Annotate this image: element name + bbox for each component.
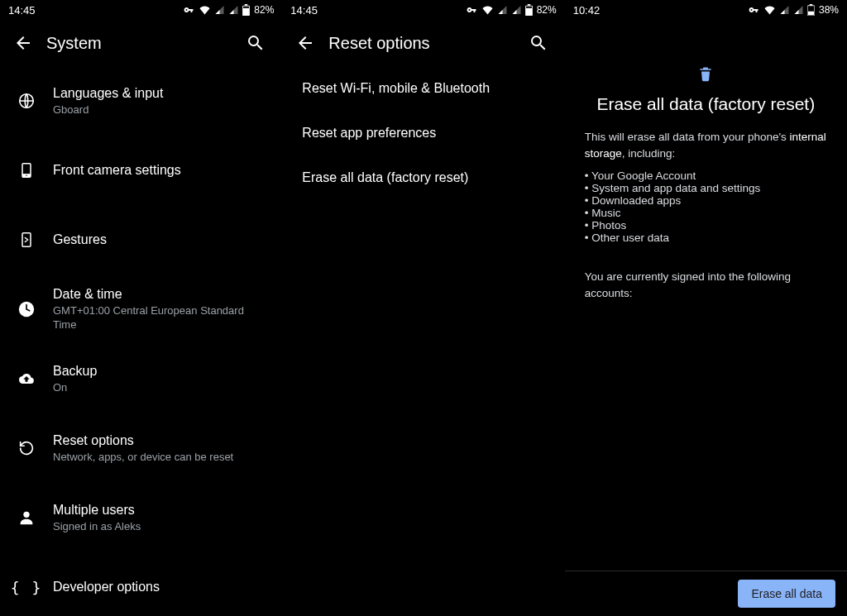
svg-rect-7 [22, 233, 31, 247]
status-icons: 82% [465, 4, 557, 16]
bullet-item: Music [585, 207, 827, 219]
signal-icon-1 [779, 5, 790, 15]
status-time: 10:42 [573, 4, 601, 17]
settings-list: Languages & input Gboard Front camera se… [0, 66, 282, 616]
svg-rect-2 [243, 7, 249, 8]
status-icons: 82% [182, 4, 274, 16]
screen-reset-options: 14:45 82% Reset options Reset Wi-Fi, [282, 0, 564, 616]
gestures-icon [18, 231, 35, 249]
back-button[interactable] [285, 23, 325, 63]
screen-erase-all-data: 10:42 38% Erase all data (factory reset)… [565, 0, 847, 616]
trash-icon [697, 64, 714, 83]
item-subtitle: On [53, 381, 97, 395]
signal-icon-1 [497, 5, 508, 15]
item-multiple-users[interactable]: Multiple users Signed in as Aleks [0, 483, 282, 552]
item-gestures[interactable]: Gestures [0, 205, 282, 275]
item-title: Date & time [53, 286, 269, 303]
vpn-key-icon [747, 5, 760, 15]
header: System [0, 20, 282, 66]
signal-icon-1 [214, 5, 225, 15]
status-time: 14:45 [8, 4, 36, 17]
erase-description: This will erase all data from your phone… [585, 129, 827, 161]
item-title: Reset app preferences [302, 126, 436, 140]
svg-rect-13 [526, 7, 532, 8]
signal-icon-2 [793, 5, 804, 15]
wifi-icon [763, 5, 776, 15]
page-title: System [43, 34, 236, 53]
item-subtitle: Network, apps, or device can be reset [53, 451, 233, 465]
screen-system: 14:45 82% System [0, 0, 282, 616]
item-title: Reset Wi-Fi, mobile & Bluetooth [302, 81, 490, 95]
erase-content: Erase all data (factory reset) This will… [565, 20, 847, 571]
svg-point-9 [23, 512, 29, 518]
vpn-key-icon [465, 5, 478, 15]
item-erase-all-data[interactable]: Erase all data (factory reset) [282, 155, 564, 200]
reset-icon [17, 439, 36, 457]
item-title: Reset options [53, 432, 233, 449]
erase-all-data-button[interactable]: Erase all data [738, 580, 835, 608]
search-icon [246, 33, 266, 53]
item-subtitle: Gboard [53, 103, 163, 117]
signal-icon-2 [228, 5, 239, 15]
arrow-back-icon [13, 33, 33, 53]
wifi-icon [481, 5, 494, 15]
battery-icon [242, 4, 250, 16]
bullet-item: Photos [585, 219, 827, 232]
item-title: Front camera settings [53, 162, 181, 179]
item-title: Developer options [53, 579, 160, 595]
language-icon [17, 92, 36, 110]
item-title: Multiple users [53, 502, 141, 518]
item-title: Gestures [53, 232, 107, 248]
bullet-item: Downloaded apps [585, 194, 827, 207]
search-button[interactable] [236, 23, 275, 63]
item-backup[interactable]: Backup On [0, 344, 282, 413]
clock-icon [17, 300, 36, 318]
back-button[interactable] [3, 23, 43, 63]
status-time: 14:45 [290, 4, 318, 17]
item-title: Languages & input [53, 85, 163, 102]
code-braces-icon: { } [11, 579, 43, 596]
search-icon [529, 33, 548, 53]
status-battery: 38% [819, 4, 839, 16]
page-title: Reset options [325, 34, 518, 53]
svg-rect-12 [527, 4, 530, 6]
item-title: Backup [53, 363, 97, 380]
reset-options-list: Reset Wi-Fi, mobile & Bluetooth Reset ap… [282, 66, 564, 616]
erase-title: Erase all data (factory reset) [585, 94, 827, 114]
item-reset-options[interactable]: Reset options Network, apps, or device c… [0, 413, 282, 483]
erase-signed-accounts: You are currently signed into the follow… [585, 269, 827, 301]
svg-point-6 [26, 175, 26, 176]
bullet-item: Your Google Account [585, 170, 827, 182]
battery-icon [525, 4, 533, 16]
item-reset-network[interactable]: Reset Wi-Fi, mobile & Bluetooth [282, 66, 564, 111]
item-reset-app-prefs[interactable]: Reset app preferences [282, 111, 564, 155]
signal-icon-2 [511, 5, 522, 15]
person-icon [17, 509, 36, 527]
status-battery: 82% [254, 4, 274, 16]
search-button[interactable] [519, 23, 558, 63]
bullet-item: System and app data and settings [585, 182, 827, 194]
status-icons: 38% [747, 4, 839, 16]
svg-rect-16 [808, 12, 814, 15]
status-bar: 14:45 82% [0, 0, 282, 20]
svg-rect-15 [810, 4, 813, 6]
erase-bullets: Your Google Account System and app data … [585, 170, 827, 244]
bottom-bar: Erase all data [565, 571, 847, 616]
item-developer-options[interactable]: { } Developer options [0, 552, 282, 616]
header: Reset options [282, 20, 564, 66]
item-subtitle: GMT+01:00 Central European Standard Time [53, 304, 269, 332]
bullet-item: Other user data [585, 232, 827, 244]
arrow-back-icon [295, 33, 315, 53]
battery-icon [807, 4, 815, 16]
item-subtitle: Signed in as Aleks [53, 520, 141, 534]
wifi-icon [199, 5, 211, 15]
status-battery: 82% [537, 4, 557, 16]
item-title: Erase all data (factory reset) [302, 170, 468, 184]
status-bar: 10:42 38% [565, 0, 847, 20]
status-bar: 14:45 82% [282, 0, 564, 20]
item-date-time[interactable]: Date & time GMT+01:00 Central European S… [0, 275, 282, 344]
item-languages-input[interactable]: Languages & input Gboard [0, 66, 282, 136]
item-front-camera[interactable]: Front camera settings [0, 136, 282, 205]
phone-front-icon [18, 161, 35, 179]
vpn-key-icon [182, 5, 195, 15]
